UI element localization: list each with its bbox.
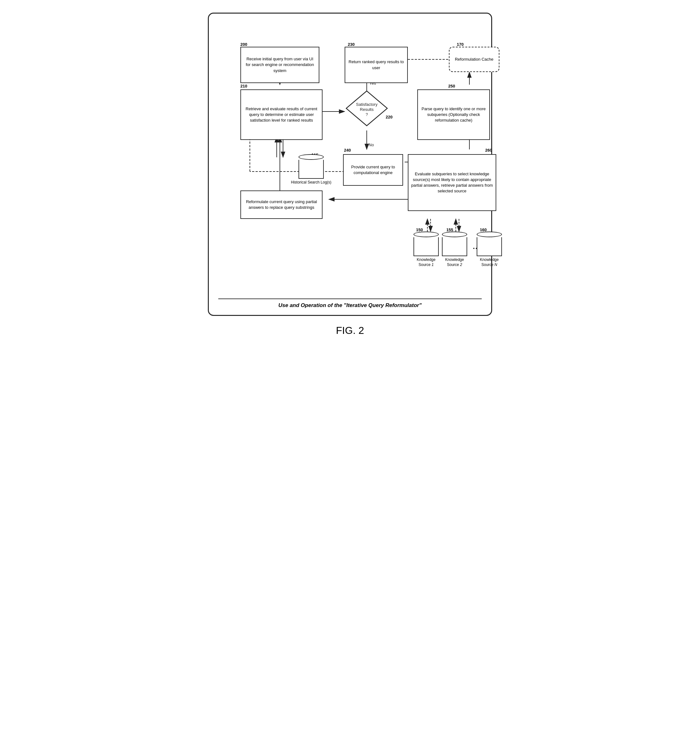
box-170: Reformulation Cache bbox=[449, 47, 500, 72]
ref-220: 220 bbox=[386, 115, 393, 119]
diagram-area: Yes No bbox=[218, 23, 482, 295]
cyl-label-150: KnowledgeSource 1 bbox=[417, 258, 435, 267]
cyl-body-n bbox=[477, 237, 502, 256]
ref-170: 170 bbox=[457, 42, 464, 47]
diamond-220: Satisfactory Results ? bbox=[345, 90, 389, 127]
ref-250: 250 bbox=[448, 84, 455, 88]
box-250: Parse query to identify one or more subq… bbox=[417, 90, 490, 140]
ref-240: 240 bbox=[344, 148, 351, 153]
cylinder-n: KnowledgeSource N bbox=[477, 231, 502, 267]
svg-text:Satisfactory: Satisfactory bbox=[356, 102, 377, 107]
svg-text:Results: Results bbox=[360, 107, 374, 112]
svg-text:?: ? bbox=[365, 112, 368, 117]
ref-210: 210 bbox=[240, 84, 248, 88]
cyl-top-n bbox=[477, 231, 502, 237]
cyl-body-115 bbox=[299, 160, 324, 179]
box-270: Reformulate current query using partial … bbox=[240, 190, 323, 219]
outer-container: Yes No bbox=[208, 13, 492, 316]
ref-260: 260 bbox=[485, 148, 492, 153]
box-200: Receive initial query from user via UI f… bbox=[240, 47, 319, 83]
cyl-top-115 bbox=[299, 154, 324, 160]
ref-200: 200 bbox=[240, 42, 248, 47]
box-260: Evaluate subqueries to select knowledge … bbox=[408, 154, 496, 211]
cyl-label-115: Historical Search Log(s) bbox=[291, 180, 332, 185]
box-230: Return ranked query results to user bbox=[345, 47, 408, 83]
svg-text:No: No bbox=[368, 143, 374, 147]
cyl-top-150 bbox=[414, 231, 439, 237]
cyl-label-n: KnowledgeSource N bbox=[480, 258, 498, 267]
caption: Use and Operation of the "Iterative Quer… bbox=[218, 299, 482, 309]
cylinder-150: KnowledgeSource 1 bbox=[414, 231, 439, 267]
cylinder-155: KnowledgeSource 2 bbox=[442, 231, 467, 267]
box-210: Retrieve and evaluate results of current… bbox=[240, 90, 323, 140]
cyl-body-155 bbox=[442, 237, 467, 256]
cylinder-115: Historical Search Log(s) bbox=[291, 154, 332, 185]
box-240: Provide current query to computational e… bbox=[343, 154, 403, 186]
ref-230: 230 bbox=[348, 42, 355, 47]
cyl-body-150 bbox=[414, 237, 439, 256]
cyl-label-155: KnowledgeSource 2 bbox=[445, 258, 464, 267]
fig-label: FIG. 2 bbox=[336, 325, 364, 336]
cyl-top-155 bbox=[442, 231, 467, 237]
